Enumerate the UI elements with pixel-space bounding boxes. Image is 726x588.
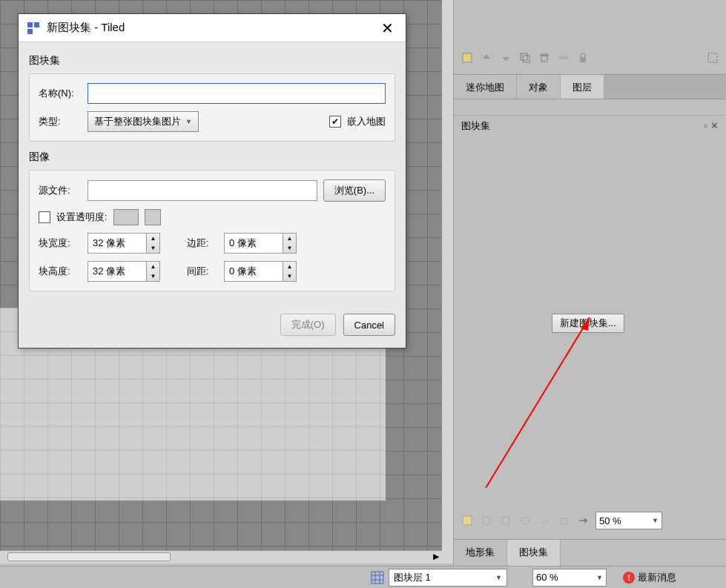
- new-layer-icon[interactable]: [461, 51, 474, 65]
- tab-objects[interactable]: 对象: [517, 75, 561, 99]
- highlight-icon[interactable]: [706, 51, 719, 65]
- tileset-panel-title: 图块集: [461, 119, 490, 133]
- chevron-down-icon: ▼: [185, 118, 192, 125]
- duplicate-icon[interactable]: [518, 51, 532, 65]
- svg-rect-0: [463, 53, 472, 62]
- svg-rect-5: [708, 53, 717, 62]
- svg-rect-4: [580, 57, 586, 62]
- svg-rect-2: [523, 56, 529, 62]
- svg-rect-3: [559, 56, 568, 59]
- image-group-label: 图像: [29, 151, 395, 164]
- lock-icon[interactable]: [576, 51, 590, 65]
- tile-height-value[interactable]: [88, 261, 147, 282]
- svg-rect-10: [372, 572, 383, 584]
- tab-layers[interactable]: 图层: [561, 75, 604, 99]
- cancel-button[interactable]: Cancel: [343, 314, 395, 336]
- tileset-panel-header: 图块集 ▫ ✕: [454, 115, 726, 136]
- name-input[interactable]: [88, 83, 386, 104]
- delete-icon[interactable]: [538, 51, 551, 65]
- current-layer-value: 图块层 1: [394, 571, 431, 584]
- close-panel-icon[interactable]: ✕: [710, 120, 719, 131]
- name-label: 名称(N):: [39, 87, 82, 100]
- panel-tabs: 迷你地图 对象 图层: [454, 74, 726, 99]
- spacing-value[interactable]: [224, 261, 283, 282]
- horizontal-scrollbar[interactable]: ▶: [0, 550, 442, 564]
- source-input[interactable]: [88, 180, 317, 201]
- tile-width-label: 块宽度:: [39, 237, 82, 250]
- svg-rect-8: [502, 517, 509, 524]
- tiled-logo-icon: [26, 21, 41, 36]
- embed-checkbox[interactable]: ✔: [329, 116, 341, 128]
- tile-height-label: 块高度:: [39, 265, 82, 278]
- transparency-color-swatch[interactable]: [113, 209, 139, 225]
- image-group: 源文件: 浏览(B)... 设置透明度: 块宽度: ▲▼ 边距:: [29, 170, 395, 291]
- source-label: 源文件:: [39, 184, 82, 197]
- map-zoom-select[interactable]: 60 % ▼: [532, 569, 607, 587]
- tile-width-value[interactable]: [88, 233, 147, 254]
- finish-button[interactable]: 完成(O): [280, 314, 336, 336]
- margin-label: 边距:: [187, 237, 218, 250]
- svg-rect-18: [34, 22, 39, 27]
- svg-point-9: [521, 517, 529, 524]
- tileset-group-label: 图块集: [29, 54, 395, 67]
- move-up-icon[interactable]: [480, 51, 493, 65]
- dynamic-wrap-icon[interactable]: [576, 514, 590, 527]
- type-value: 基于整张图块集图片: [94, 115, 181, 128]
- vertical-scrollbar[interactable]: [442, 0, 453, 564]
- svg-rect-1: [521, 53, 527, 60]
- news-indicator[interactable]: ! 最新消息: [623, 571, 676, 584]
- scrollbar-thumb[interactable]: [7, 552, 171, 561]
- export-icon[interactable]: [499, 514, 512, 527]
- scroll-right-arrow[interactable]: ▶: [433, 552, 439, 561]
- new-tileset-button[interactable]: 新建图块集...: [552, 314, 624, 333]
- svg-rect-6: [463, 516, 472, 525]
- embed-tileset-icon[interactable]: [480, 514, 493, 527]
- svg-rect-17: [27, 22, 33, 27]
- tileset-area: 新建图块集...: [454, 136, 726, 506]
- alert-icon: !: [623, 572, 635, 584]
- transparency-checkbox[interactable]: [39, 211, 50, 223]
- tileset-bottom-tabs: 地形集 图块集: [454, 539, 726, 566]
- close-button[interactable]: ✕: [376, 17, 398, 39]
- type-label: 类型:: [39, 115, 82, 128]
- tab-tileset[interactable]: 图块集: [507, 540, 561, 566]
- spacing-spinner[interactable]: ▲▼: [224, 261, 297, 282]
- tileset-zoom-select[interactable]: 50 % ▼: [595, 512, 662, 529]
- current-layer-select[interactable]: 图块层 1 ▼: [389, 569, 507, 587]
- layers-toolbar: [456, 46, 724, 70]
- svg-rect-7: [483, 517, 490, 524]
- map-zoom-value: 60 %: [536, 572, 558, 583]
- edit-tileset-icon[interactable]: [518, 514, 532, 527]
- right-panel: 迷你地图 对象 图层 图块集 ▫ ✕ 新建图块集... 50 % ▼ 地形集 图…: [453, 0, 726, 588]
- chevron-down-icon: ▼: [495, 574, 502, 581]
- tab-terrain[interactable]: 地形集: [454, 540, 507, 566]
- delete-tileset-icon[interactable]: [557, 514, 570, 527]
- grid-icon: [371, 571, 384, 584]
- news-label: 最新消息: [638, 571, 676, 584]
- maximize-icon[interactable]: ▫: [704, 120, 707, 131]
- tile-width-spinner[interactable]: ▲▼: [88, 233, 160, 254]
- dialog-title: 新图块集 - Tiled: [47, 21, 376, 35]
- new-tileset-dialog: 新图块集 - Tiled ✕ 图块集 名称(N): 类型: 基于整张图块集图片 …: [18, 13, 406, 348]
- margin-spinner[interactable]: ▲▼: [224, 233, 297, 254]
- tileset-zoom-value: 50 %: [599, 515, 621, 526]
- dialog-titlebar[interactable]: 新图块集 - Tiled ✕: [19, 14, 406, 42]
- transparency-picker-button[interactable]: [145, 209, 161, 225]
- transparency-label: 设置透明度:: [56, 211, 108, 224]
- move-down-icon[interactable]: [499, 51, 512, 65]
- browse-button[interactable]: 浏览(B)...: [323, 179, 386, 202]
- tab-minimap[interactable]: 迷你地图: [454, 75, 517, 99]
- chevron-down-icon: ▼: [652, 517, 659, 524]
- embed-label: 嵌入地图: [347, 115, 386, 128]
- spacing-label: 间距:: [187, 265, 218, 278]
- status-bar: 图块层 1 ▼ 60 % ▼ ! 最新消息: [0, 566, 726, 588]
- new-tileset-icon[interactable]: [461, 514, 474, 527]
- chevron-down-icon: ▼: [596, 574, 603, 581]
- reload-icon[interactable]: [538, 514, 551, 527]
- type-select[interactable]: 基于整张图块集图片 ▼: [88, 111, 199, 132]
- margin-value[interactable]: [224, 233, 283, 254]
- toggle-icon[interactable]: [557, 51, 570, 65]
- tile-height-spinner[interactable]: ▲▼: [88, 261, 160, 282]
- tileset-toolbar: 50 % ▼: [456, 509, 724, 532]
- svg-rect-19: [27, 29, 33, 34]
